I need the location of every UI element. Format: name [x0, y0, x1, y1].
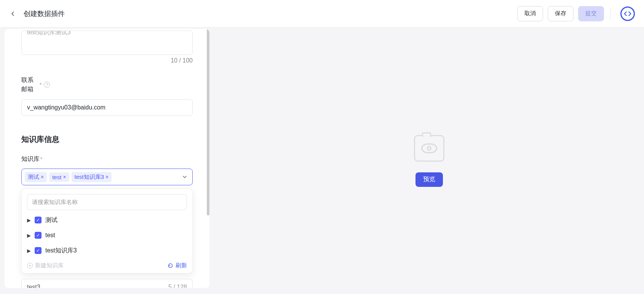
required-mark: * — [40, 156, 42, 162]
checkbox-checked[interactable]: ✓ — [35, 247, 42, 254]
email-label: 联系邮箱 — [21, 76, 37, 94]
eye-icon — [421, 143, 437, 153]
kb-label: 知识库 — [21, 156, 40, 162]
under-counter: 5 / 128 — [168, 284, 187, 288]
under-input[interactable]: test3 5 / 128 — [21, 279, 193, 288]
kb-section-title: 知识库信息 — [21, 134, 193, 145]
kb-tag: test × — [49, 172, 69, 182]
description-value: test知识库测试3 — [27, 31, 71, 37]
kb-option-label: 测试 — [45, 216, 58, 224]
preview-button[interactable]: 预览 — [415, 172, 443, 187]
email-value: v_wangtingyu03@baidu.com — [27, 104, 105, 111]
kb-refresh-label: 刷新 — [176, 262, 187, 269]
kb-multiselect[interactable]: 测试 × test × test知识库3 × — [21, 169, 193, 185]
kb-option[interactable]: ▶ ✓ test知识库3 — [27, 243, 187, 258]
caret-right-icon[interactable]: ▶ — [27, 217, 31, 223]
cancel-button[interactable]: 取消 — [517, 6, 543, 21]
chevron-down-icon[interactable] — [182, 174, 188, 180]
kb-option[interactable]: ▶ ✓ 测试 — [27, 212, 187, 228]
chevron-left-icon — [10, 11, 16, 16]
save-button[interactable]: 保存 — [548, 6, 574, 21]
under-value: test3 — [27, 284, 40, 288]
separator — [610, 8, 610, 19]
email-input[interactable]: v_wangtingyu03@baidu.com — [21, 99, 193, 116]
kb-new-button[interactable]: + 新建知识库 — [27, 262, 64, 269]
tag-remove-icon[interactable]: × — [105, 174, 109, 180]
caret-right-icon[interactable]: ▶ — [27, 248, 31, 254]
submit-button[interactable]: 提交 — [578, 6, 604, 21]
kb-search-input[interactable]: 请搜索知识库名称 — [27, 194, 187, 210]
header: 创建数据插件 取消 保存 提交 — [0, 0, 644, 27]
kb-tag-label: 测试 — [28, 174, 39, 181]
scrollbar[interactable] — [206, 29, 209, 288]
description-textarea[interactable]: test知识库测试3 — [21, 31, 193, 55]
tag-remove-icon[interactable]: × — [63, 174, 66, 180]
back-button[interactable] — [9, 10, 17, 18]
plus-circle-icon: + — [27, 263, 33, 268]
tag-remove-icon[interactable]: × — [41, 174, 44, 180]
preview-panel: 预览 — [214, 27, 644, 294]
checkbox-checked[interactable]: ✓ — [35, 217, 42, 223]
preview-placeholder-icon — [414, 135, 444, 162]
refresh-icon — [168, 263, 173, 268]
required-mark: * — [40, 82, 42, 88]
page-title: 创建数据插件 — [24, 9, 65, 18]
kb-refresh-button[interactable]: 刷新 — [168, 262, 187, 269]
kb-search-placeholder: 请搜索知识库名称 — [32, 199, 78, 206]
kb-option-label: test知识库3 — [45, 247, 77, 255]
caret-right-icon[interactable]: ▶ — [27, 233, 31, 238]
kb-option-label: test — [45, 232, 55, 239]
kb-option[interactable]: ▶ ✓ test — [27, 228, 187, 243]
kb-dropdown: 请搜索知识库名称 ▶ ✓ 测试 ▶ ✓ test ▶ ✓ test知识库3 + … — [21, 188, 193, 273]
kb-new-label: 新建知识库 — [35, 262, 64, 269]
kb-tag-label: test — [52, 174, 61, 180]
code-button[interactable] — [620, 6, 635, 21]
code-icon — [624, 11, 631, 16]
help-icon[interactable]: ? — [44, 82, 50, 88]
description-counter: 10 / 100 — [21, 57, 193, 64]
form-panel: test知识库测试3 10 / 100 联系邮箱 * ? v_wangtingy… — [5, 29, 209, 288]
checkbox-checked[interactable]: ✓ — [35, 232, 42, 239]
kb-tag: test知识库3 × — [72, 172, 112, 182]
kb-tag-label: test知识库3 — [75, 174, 104, 181]
kb-tag: 测试 × — [25, 172, 47, 182]
